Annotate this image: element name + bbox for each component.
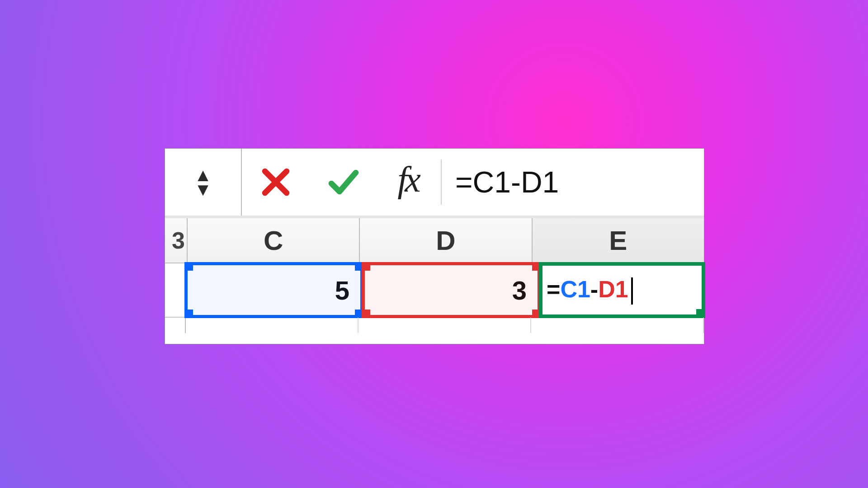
formula-eq: = [547,276,560,302]
text-caret [631,277,633,305]
background: ▲ ▼ fx =C1-D1 [0,0,868,488]
fx-icon: fx [393,159,425,206]
cell-e1[interactable]: =C1-D1 [540,263,704,317]
cell-d1[interactable]: 3 [363,263,540,317]
function-wizard-button[interactable]: fx [377,149,441,216]
column-header-c-label: C [264,225,283,256]
row-2-partial [165,318,704,333]
accept-button[interactable] [310,149,377,216]
column-header-b-label: 3 [172,227,185,254]
formula-ref-d: D1 [598,276,628,302]
cell-d2[interactable] [359,318,531,333]
column-headers: 3 C D E [165,218,704,263]
accept-icon [327,166,360,198]
column-header-b-partial[interactable]: 3 [165,218,188,263]
formula-minus: - [590,276,598,302]
column-header-d[interactable]: D [360,218,532,263]
stepper-down-icon[interactable]: ▼ [194,183,212,196]
cell-c1[interactable]: 5 [186,263,363,317]
cell-e1-editor[interactable]: =C1-D1 [540,276,704,305]
column-header-c[interactable]: C [188,218,360,263]
column-header-d-label: D [436,225,455,256]
column-header-e-label: E [609,225,627,256]
formula-input[interactable]: =C1-D1 [442,149,704,216]
cell-e2[interactable] [531,318,704,333]
cell-c2[interactable] [186,318,359,333]
name-box[interactable]: ▲ ▼ [165,149,242,216]
name-box-stepper[interactable]: ▲ ▼ [194,169,212,196]
cancel-icon [259,166,292,198]
formula-bar: ▲ ▼ fx =C1-D1 [165,149,704,218]
row-1: 5 3 =C1-D1 [165,263,704,318]
formula-input-text: =C1-D1 [455,165,559,199]
formula-ref-c: C1 [560,276,590,302]
cell-c1-value: 5 [335,275,349,305]
column-header-e[interactable]: E [533,218,704,263]
spreadsheet-panel: ▲ ▼ fx =C1-D1 [165,148,704,344]
row-gutter[interactable] [165,263,186,317]
cell-d1-value: 3 [512,275,527,305]
cancel-button[interactable] [242,149,310,216]
